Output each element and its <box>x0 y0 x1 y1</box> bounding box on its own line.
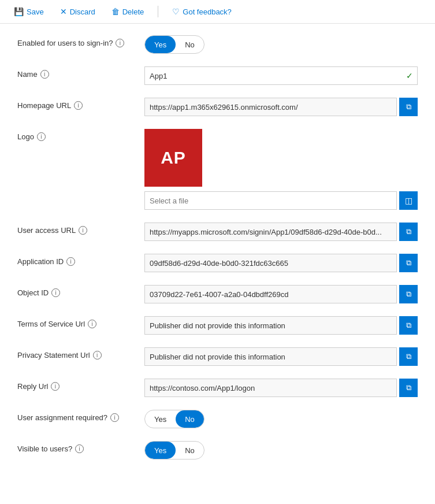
homepage-url-input[interactable] <box>144 98 397 116</box>
copy-icon: ⧉ <box>406 227 411 236</box>
name-label: Name i <box>17 66 144 79</box>
visible-users-label: Visible to users? i <box>17 441 144 453</box>
logo-row: Logo i AP ◫ <box>17 129 418 210</box>
reply-url-control: ⧉ <box>144 379 418 397</box>
reply-url-input[interactable] <box>144 379 397 397</box>
tos-info-icon[interactable]: i <box>88 320 96 328</box>
privacy-url-input[interactable] <box>144 347 397 366</box>
copy-icon: ⧉ <box>406 321 411 330</box>
tos-url-label: Terms of Service Url i <box>17 316 144 328</box>
visible-users-row: Visible to users? i Yes No <box>17 441 418 459</box>
reply-url-label: Reply Url i <box>17 379 144 391</box>
tos-copy-button[interactable]: ⧉ <box>399 316 418 335</box>
save-button[interactable]: 💾 Save <box>12 6 46 17</box>
user-assignment-control: Yes No <box>144 410 418 428</box>
user-access-copy-button[interactable]: ⧉ <box>399 223 418 241</box>
reply-copy-button[interactable]: ⧉ <box>399 379 418 397</box>
user-access-url-row: User access URL i ⧉ <box>17 223 418 241</box>
enabled-yes-option[interactable]: Yes <box>145 36 176 53</box>
user-assignment-row: User assignment required? i Yes No <box>17 410 418 428</box>
logo-container: AP ◫ <box>144 129 418 210</box>
app-id-input[interactable] <box>144 254 397 272</box>
visible-users-toggle[interactable]: Yes No <box>144 441 205 459</box>
toolbar-separator <box>158 6 158 17</box>
visible-no-option[interactable]: No <box>176 442 204 459</box>
visible-users-control: Yes No <box>144 441 418 459</box>
save-label: Save <box>27 8 44 16</box>
user-assignment-label: User assignment required? i <box>17 410 144 422</box>
tos-url-control: ⧉ <box>144 316 418 335</box>
logo-preview: AP <box>144 129 202 187</box>
save-icon: 💾 <box>14 7 24 16</box>
discard-icon: ✕ <box>60 7 67 16</box>
logo-initials: AP <box>161 148 186 168</box>
app-id-row: Application ID i ⧉ <box>17 254 418 272</box>
object-id-input[interactable] <box>144 285 397 303</box>
copy-icon: ⧉ <box>406 290 411 299</box>
privacy-copy-button[interactable]: ⧉ <box>399 347 418 366</box>
enabled-signin-control: Yes No <box>144 35 418 54</box>
visible-yes-option[interactable]: Yes <box>145 442 176 459</box>
object-id-control: ⧉ <box>144 285 418 303</box>
enabled-signin-toggle[interactable]: Yes No <box>144 35 205 54</box>
user-assignment-no-option[interactable]: No <box>176 410 204 428</box>
tos-url-row: Terms of Service Url i ⧉ <box>17 316 418 335</box>
homepage-copy-button[interactable]: ⧉ <box>399 98 418 116</box>
copy-icon: ⧉ <box>406 258 411 268</box>
enabled-signin-label: Enabled for users to sign-in? i <box>17 35 144 47</box>
app-id-copy-button[interactable]: ⧉ <box>399 254 418 272</box>
copy-icon: ⧉ <box>406 102 411 112</box>
privacy-url-control: ⧉ <box>144 347 418 366</box>
app-id-control: ⧉ <box>144 254 418 272</box>
name-control: ✓ <box>144 66 418 85</box>
name-check-icon: ✓ <box>406 71 413 80</box>
discard-button[interactable]: ✕ Discard <box>58 6 98 17</box>
privacy-url-label: Privacy Statement Url i <box>17 347 144 360</box>
enabled-no-option[interactable]: No <box>176 36 204 53</box>
toolbar: 💾 Save ✕ Discard 🗑 Delete ♡ Got feedback… <box>0 0 435 24</box>
discard-label: Discard <box>70 8 95 16</box>
copy-icon: ⧉ <box>406 352 411 361</box>
object-id-row: Object ID i ⧉ <box>17 285 418 303</box>
name-input[interactable] <box>144 66 418 85</box>
logo-info-icon[interactable]: i <box>37 132 46 141</box>
user-assignment-yes-option[interactable]: Yes <box>145 410 176 428</box>
privacy-url-row: Privacy Statement Url i ⧉ <box>17 347 418 366</box>
reply-info-icon[interactable]: i <box>51 382 60 391</box>
privacy-info-icon[interactable]: i <box>93 351 102 360</box>
file-browse-button[interactable]: ◫ <box>399 191 418 210</box>
feedback-label: Got feedback? <box>183 8 232 16</box>
name-input-wrapper: ✓ <box>144 66 418 85</box>
name-row: Name i ✓ <box>17 66 418 85</box>
file-select-input[interactable] <box>144 191 397 210</box>
homepage-url-label: Homepage URL i <box>17 98 144 110</box>
app-id-label: Application ID i <box>17 254 144 266</box>
delete-label: Delete <box>122 8 144 16</box>
tos-url-input[interactable] <box>144 316 397 335</box>
app-id-info-icon[interactable]: i <box>66 257 75 266</box>
homepage-info-icon[interactable]: i <box>74 101 83 110</box>
user-assignment-info-icon[interactable]: i <box>110 413 119 422</box>
user-access-url-control: ⧉ <box>144 223 418 241</box>
object-id-info-icon[interactable]: i <box>51 288 60 297</box>
visible-info-icon[interactable]: i <box>75 444 84 453</box>
delete-button[interactable]: 🗑 Delete <box>109 6 147 17</box>
feedback-button[interactable]: ♡ Got feedback? <box>170 6 234 17</box>
feedback-icon: ♡ <box>172 7 180 16</box>
form-container: Enabled for users to sign-in? i Yes No N… <box>0 24 435 484</box>
file-select-row: ◫ <box>144 191 418 210</box>
delete-icon: 🗑 <box>111 7 120 16</box>
user-access-url-input[interactable] <box>144 223 397 241</box>
copy-icon: ⧉ <box>406 383 411 392</box>
enabled-signin-info-icon[interactable]: i <box>116 39 124 47</box>
user-assignment-toggle[interactable]: Yes No <box>144 410 205 428</box>
reply-url-row: Reply Url i ⧉ <box>17 379 418 397</box>
user-access-info-icon[interactable]: i <box>79 226 87 235</box>
object-id-label: Object ID i <box>17 285 144 297</box>
name-info-icon[interactable]: i <box>40 70 49 79</box>
browse-icon: ◫ <box>405 196 412 205</box>
enabled-signin-row: Enabled for users to sign-in? i Yes No <box>17 35 418 54</box>
logo-label: Logo i <box>17 129 144 141</box>
homepage-url-control: ⧉ <box>144 98 418 116</box>
object-id-copy-button[interactable]: ⧉ <box>399 285 418 303</box>
